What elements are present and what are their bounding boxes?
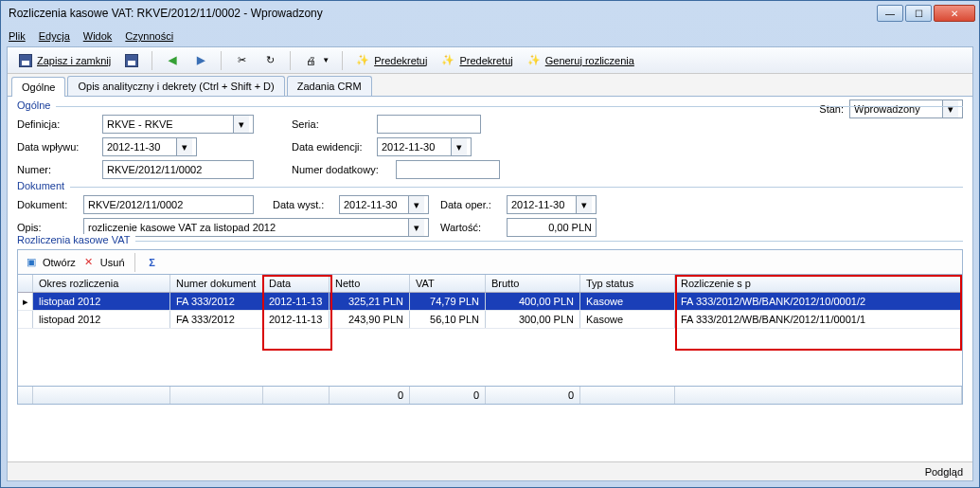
fieldset-ogolne: Ogólne Definicja: RKVE - RKVE▾ Data wpły… — [17, 106, 963, 183]
tab-crm[interactable]: Zadania CRM — [287, 76, 372, 96]
menu-edycja[interactable]: Edycja — [39, 30, 70, 42]
data-wyst-input[interactable]: 2012-11-30▾ — [339, 195, 429, 214]
dokum-input[interactable] — [83, 195, 254, 214]
col-vat[interactable]: VAT — [410, 275, 486, 292]
delete-icon: ✕ — [81, 255, 97, 270]
col-netto[interactable]: Netto — [330, 275, 410, 292]
data-wplywu-label: Data wpływu: — [17, 141, 102, 153]
nav-forward-button[interactable]: ▶ — [188, 50, 213, 71]
fieldset-rozliczenia: Rozliczenia kasowe VAT ▣ Otwórz ✕ Usuń Σ — [17, 241, 963, 405]
col-brutto[interactable]: Brutto — [486, 275, 580, 292]
grid: Okres rozliczenia Numer dokument Data Ne… — [17, 274, 963, 405]
seria-input[interactable] — [377, 115, 481, 134]
legend-rozliczenia: Rozliczenia kasowe VAT — [17, 234, 135, 245]
grid-sum-row: 0 0 0 — [18, 386, 962, 404]
grid-header: Okres rozliczenia Numer dokument Data Ne… — [18, 275, 962, 293]
menubar: Plik Edycja Widok Czynności — [1, 26, 979, 46]
wand-icon: ✨ — [355, 53, 370, 68]
disk-icon — [124, 53, 139, 68]
window-title: Rozliczenia kasowe VAT: RKVE/2012/11/000… — [5, 7, 875, 20]
print-button[interactable]: 🖨▼ — [298, 50, 334, 71]
data-wyst-label: Data wyst.: — [273, 199, 339, 210]
toolbar: Zapisz i zamknij ◀ ▶ ✂ ↻ 🖨▼ ✨ Predekretu… — [8, 47, 972, 74]
grid-delete-button[interactable]: ✕ Usuń — [81, 255, 125, 270]
tab-panel-ogolne: Stan: Wprowadzony▾ Ogólne Definicja: RKV… — [8, 97, 972, 410]
generuj-button[interactable]: ✨ Generuj rozliczenia — [522, 50, 639, 71]
save-button[interactable] — [119, 50, 144, 71]
menu-plik[interactable]: Plik — [9, 30, 26, 42]
client-area: Zapisz i zamknij ◀ ▶ ✂ ↻ 🖨▼ ✨ Predekretu… — [7, 46, 973, 481]
app-window: Rozliczenia kasowe VAT: RKVE/2012/11/000… — [0, 0, 980, 488]
wartosc-label: Wartość: — [440, 222, 507, 233]
tab-opis[interactable]: Opis analityczny i dekrety (Ctrl + Shift… — [67, 76, 284, 96]
wand-icon: ✨ — [440, 53, 455, 68]
tools-button[interactable]: ✂ — [229, 50, 254, 71]
wand-icon: ✨ — [526, 53, 542, 68]
numer-label: Numer: — [17, 164, 102, 175]
window-buttons: — ☐ ✕ — [875, 5, 975, 22]
col-data[interactable]: Data — [263, 275, 330, 292]
menu-czynnosci[interactable]: Czynności — [125, 30, 173, 42]
data-wplywu-input[interactable]: 2012-11-30▾ — [102, 137, 197, 156]
definicja-combo[interactable]: RKVE - RKVE▾ — [102, 115, 254, 134]
table-row[interactable]: ▸ listopad 2012 FA 333/2012 2012-11-13 3… — [18, 293, 962, 311]
legend-ogolne: Ogólne — [17, 99, 56, 111]
legend-dokument: Dokument — [17, 180, 70, 191]
close-button[interactable]: ✕ — [934, 5, 975, 22]
seria-label: Seria: — [292, 118, 377, 130]
nav-back-button[interactable]: ◀ — [160, 50, 185, 71]
opis-label: Opis: — [17, 222, 83, 233]
grid-toolbar: ▣ Otwórz ✕ Usuń Σ — [17, 249, 963, 274]
dokum-label: Dokument: — [17, 199, 83, 210]
numer-dod-label: Numer dodatkowy: — [292, 164, 396, 175]
arrow-right-icon: ▶ — [193, 53, 208, 68]
menu-widok[interactable]: Widok — [83, 30, 113, 42]
numer-input[interactable] — [102, 160, 254, 179]
sigma-icon: Σ — [145, 255, 160, 270]
statusbar: Podgląd — [8, 461, 972, 480]
definicja-label: Definicja: — [17, 118, 102, 130]
col-okres[interactable]: Okres rozliczenia — [33, 275, 170, 292]
tab-ogolne[interactable]: Ogólne — [11, 77, 65, 97]
fieldset-dokument: Dokument Dokument: Data wyst.: 2012-11-3… — [17, 187, 963, 237]
data-oper-input[interactable]: 2012-11-30▾ — [507, 195, 597, 214]
data-ewid-input[interactable]: 2012-11-30▾ — [377, 137, 472, 156]
wartosc-input[interactable] — [507, 218, 597, 237]
printer-icon: 🖨 — [303, 53, 318, 68]
refresh-icon: ↻ — [262, 53, 277, 68]
numer-dod-input[interactable] — [396, 160, 500, 179]
table-row[interactable]: listopad 2012 FA 333/2012 2012-11-13 243… — [18, 311, 962, 329]
grid-sum-button[interactable]: Σ — [145, 255, 160, 270]
titlebar: Rozliczenia kasowe VAT: RKVE/2012/11/000… — [1, 1, 979, 26]
data-oper-label: Data oper.: — [440, 199, 507, 210]
refresh-button[interactable]: ↻ — [258, 50, 282, 71]
minimize-button[interactable]: — — [877, 5, 903, 22]
save-close-button[interactable]: Zapisz i zamknij — [13, 50, 116, 71]
tabstrip: Ogólne Opis analityczny i dekrety (Ctrl … — [8, 74, 972, 97]
predekretuj2-button[interactable]: ✨ Predekretuj — [436, 50, 517, 71]
open-icon: ▣ — [24, 255, 39, 270]
maximize-button[interactable]: ☐ — [905, 5, 932, 22]
grid-open-button[interactable]: ▣ Otwórz — [24, 255, 76, 270]
predekretuj1-button[interactable]: ✨ Predekretuj — [350, 50, 432, 71]
arrow-left-icon: ◀ — [165, 53, 180, 68]
col-typ[interactable]: Typ status — [580, 275, 675, 292]
col-rozl[interactable]: Rozliczenie s p — [675, 275, 962, 292]
status-podglad[interactable]: Podgląd — [925, 466, 963, 478]
col-numer[interactable]: Numer dokument — [170, 275, 263, 292]
save-icon — [18, 53, 33, 68]
data-ewid-label: Data ewidencji: — [292, 141, 377, 153]
tools-icon: ✂ — [234, 53, 249, 68]
